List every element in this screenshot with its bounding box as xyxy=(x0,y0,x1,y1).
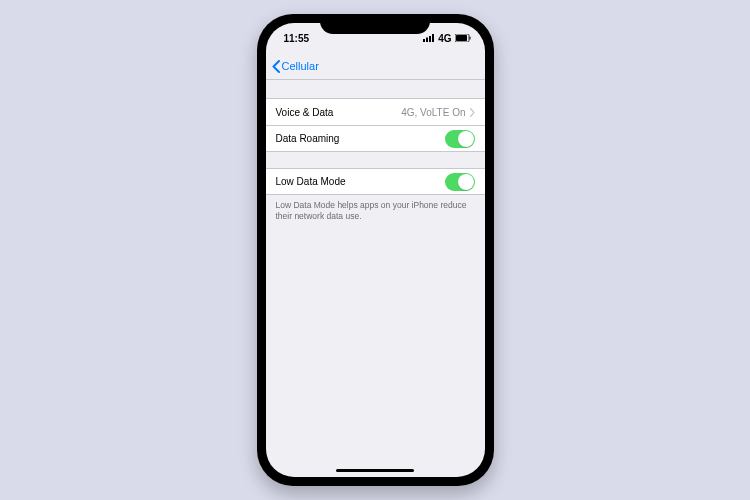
low-data-mode-toggle[interactable] xyxy=(445,173,475,191)
battery-icon xyxy=(455,34,471,42)
chevron-right-icon xyxy=(470,108,475,117)
nav-bar: Cellular xyxy=(266,53,485,80)
data-roaming-row: Data Roaming xyxy=(266,125,485,152)
status-right: 4G xyxy=(423,33,470,44)
voice-data-right: 4G, VoLTE On xyxy=(401,107,474,118)
svg-rect-2 xyxy=(429,36,431,42)
settings-group-1: Voice & Data 4G, VoLTE On Data Roaming xyxy=(266,98,485,152)
svg-rect-3 xyxy=(432,34,434,42)
voice-data-row[interactable]: Voice & Data 4G, VoLTE On xyxy=(266,98,485,125)
voice-data-value: 4G, VoLTE On xyxy=(401,107,465,118)
settings-group-2: Low Data Mode xyxy=(266,168,485,195)
data-roaming-label: Data Roaming xyxy=(276,133,340,144)
svg-rect-0 xyxy=(423,39,425,42)
signal-bars-icon xyxy=(423,34,435,42)
status-time: 11:55 xyxy=(284,33,310,44)
svg-rect-6 xyxy=(469,37,470,40)
low-data-mode-footer: Low Data Mode helps apps on your iPhone … xyxy=(266,195,485,222)
phone-frame: 11:55 4G Cellular Voice & Data 4G, VoLTE… xyxy=(257,14,494,486)
svg-rect-5 xyxy=(456,35,467,41)
screen: 11:55 4G Cellular Voice & Data 4G, VoLTE… xyxy=(266,23,485,477)
status-network: 4G xyxy=(438,33,451,44)
home-indicator[interactable] xyxy=(336,469,414,472)
chevron-left-icon xyxy=(272,60,280,73)
back-label: Cellular xyxy=(282,60,319,72)
low-data-mode-row: Low Data Mode xyxy=(266,168,485,195)
data-roaming-toggle[interactable] xyxy=(445,130,475,148)
svg-rect-1 xyxy=(426,38,428,43)
low-data-mode-label: Low Data Mode xyxy=(276,176,346,187)
voice-data-label: Voice & Data xyxy=(276,107,334,118)
back-button[interactable]: Cellular xyxy=(272,60,319,73)
notch xyxy=(320,14,430,34)
